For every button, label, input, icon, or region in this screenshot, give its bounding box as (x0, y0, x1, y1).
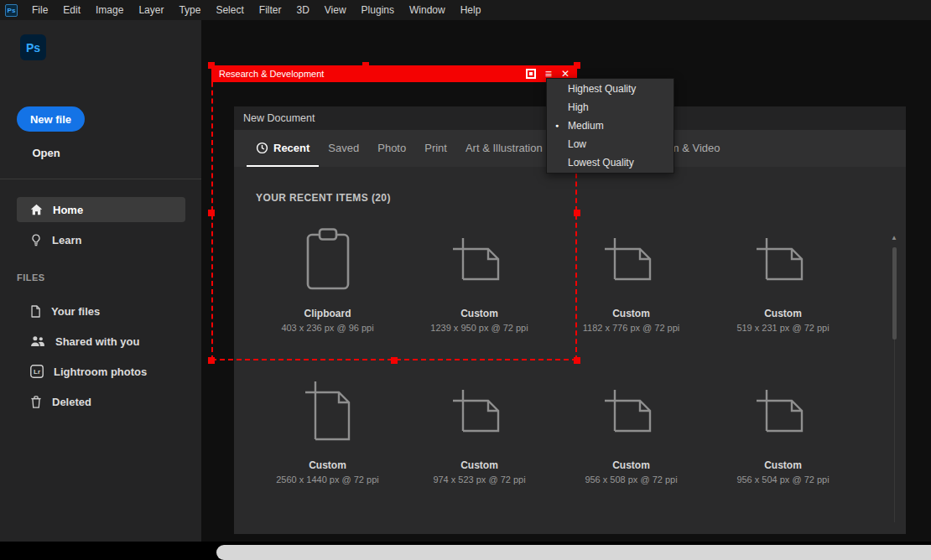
tab-recent[interactable]: Recent (247, 130, 319, 167)
preset-dimensions: 956 x 508 px @ 72 ppi (555, 474, 707, 485)
preset-name: Custom (403, 308, 555, 319)
preset-name: Custom (707, 308, 859, 319)
tab-label: Print (424, 142, 447, 154)
tab-saved[interactable]: Saved (319, 130, 368, 167)
recent-item-card[interactable]: Custom 2560 x 1440 px @ 72 ppi (252, 374, 403, 485)
menu-3d[interactable]: 3D (289, 0, 316, 20)
menu-window[interactable]: Window (402, 0, 453, 20)
resize-handle-top-left[interactable] (208, 62, 215, 69)
menu-bar: Ps File Edit Image Layer Type Select Fil… (0, 0, 931, 20)
preset-name: Clipboard (252, 308, 403, 319)
menu-item-low[interactable]: Low (547, 135, 674, 153)
dialog-content: YOUR RECENT ITEMS (20) Clipboard 403 x 2… (234, 167, 906, 534)
resize-handle-bottom-right[interactable] (574, 357, 580, 364)
menu-item-lowest-quality[interactable]: Lowest Quality (547, 153, 674, 172)
menu-image[interactable]: Image (88, 0, 131, 20)
tab-photo[interactable]: Photo (368, 130, 415, 167)
capture-window-titlebar[interactable]: Research & Development ≡ ✕ (211, 65, 577, 82)
tab-print[interactable]: Print (415, 130, 456, 167)
resize-handle-top-right[interactable] (574, 62, 580, 69)
document-preview (252, 222, 403, 296)
quality-dropdown-menu: Highest Quality High ● Medium Low Lowest… (546, 78, 674, 174)
photoshop-app-icon[interactable]: Ps (5, 4, 18, 17)
lightroom-icon: Lr (30, 365, 44, 378)
document-preview (252, 374, 403, 448)
scroll-up-icon[interactable]: ▲ (891, 234, 897, 241)
menu-item-medium[interactable]: ● Medium (547, 117, 674, 135)
menu-item-high[interactable]: High (547, 98, 674, 117)
menu-item-label: Highest Quality (568, 83, 636, 95)
trash-icon (30, 396, 42, 408)
preset-name: Custom (252, 459, 403, 471)
sidebar-item-learn[interactable]: Learn (17, 227, 185, 252)
document-preview (403, 222, 555, 296)
menu-item-label: Medium (568, 120, 604, 132)
resize-handle-left-mid[interactable] (208, 210, 215, 216)
menu-help[interactable]: Help (453, 0, 489, 20)
preset-dimensions: 1239 x 950 px @ 72 ppi (403, 323, 555, 334)
files-section-heading: FILES (17, 272, 45, 283)
document-preview (707, 222, 859, 296)
custom-document-icon (452, 389, 507, 433)
recent-item-card[interactable]: Custom 519 x 231 px @ 72 ppi (707, 222, 859, 334)
sidebar-item-home[interactable]: Home (17, 197, 185, 222)
resize-handle-top-mid[interactable] (362, 62, 369, 69)
tab-label: Recent (273, 142, 309, 154)
preset-dimensions: 1182 x 776 px @ 72 ppi (555, 323, 707, 334)
recent-item-card[interactable]: Custom 956 x 508 px @ 72 ppi (555, 374, 707, 485)
menu-file[interactable]: File (24, 0, 55, 20)
sidebar-item-label: Shared with you (55, 335, 139, 348)
document-preview (403, 374, 555, 448)
preset-dimensions: 956 x 504 px @ 72 ppi (707, 474, 859, 485)
sidebar-item-label: Lightroom photos (54, 366, 147, 378)
lightbulb-icon (30, 234, 42, 246)
bottom-light-bar (216, 545, 931, 560)
tab-art-illustration[interactable]: Art & Illustration (456, 130, 552, 167)
menu-item-highest-quality[interactable]: Highest Quality (547, 80, 674, 98)
capture-window-title: Research & Development (211, 69, 324, 79)
preset-name: Custom (555, 459, 707, 471)
resize-handle-right-mid[interactable] (574, 210, 580, 216)
home-icon (30, 204, 43, 215)
menu-item-label: High (568, 101, 589, 113)
sidebar-item-deleted[interactable]: Deleted (17, 389, 185, 414)
sidebar-item-shared[interactable]: Shared with you (17, 329, 185, 354)
menu-type[interactable]: Type (171, 0, 208, 20)
sidebar-item-lightroom[interactable]: Lr Lightroom photos (17, 359, 185, 384)
new-file-button[interactable]: New file (17, 106, 85, 132)
preset-dimensions: 519 x 231 px @ 72 ppi (707, 323, 859, 334)
recent-item-card[interactable]: Custom 956 x 504 px @ 72 ppi (707, 374, 859, 485)
menu-plugins[interactable]: Plugins (354, 0, 402, 20)
resize-handle-bottom-left[interactable] (208, 357, 215, 364)
clock-icon (256, 142, 268, 154)
recent-item-card[interactable]: Custom 1182 x 776 px @ 72 ppi (555, 222, 707, 334)
home-sidebar: Ps New file Open Home Learn FILES Your f… (0, 20, 201, 542)
recent-item-card[interactable]: Custom 1239 x 950 px @ 72 ppi (403, 222, 555, 334)
resize-handle-bottom-mid[interactable] (391, 357, 398, 364)
clipboard-icon (305, 227, 351, 291)
custom-document-icon (756, 237, 811, 281)
file-icon (30, 305, 41, 318)
open-button[interactable]: Open (17, 142, 75, 163)
recent-item-card[interactable]: Clipboard 403 x 236 px @ 96 ppi (252, 222, 403, 334)
portrait-document-icon (304, 381, 351, 441)
tab-label: m & Video (670, 142, 720, 154)
menu-filter[interactable]: Filter (252, 0, 289, 20)
tab-label: Photo (377, 142, 406, 154)
scrollbar-thumb[interactable] (892, 247, 897, 340)
recent-item-card[interactable]: Custom 974 x 523 px @ 72 ppi (403, 374, 555, 485)
menu-view[interactable]: View (317, 0, 354, 20)
sidebar-item-label: Home (53, 204, 83, 216)
sidebar-item-label: Learn (52, 234, 81, 246)
dialog-title: New Document (243, 112, 315, 124)
photoshop-logo: Ps (20, 34, 46, 60)
sidebar-item-your-files[interactable]: Your files (17, 298, 185, 324)
tab-label: Art & Illustration (466, 142, 543, 154)
preset-dimensions: 2560 x 1440 px @ 72 ppi (252, 474, 403, 485)
custom-document-icon (452, 237, 507, 281)
menu-edit[interactable]: Edit (55, 0, 88, 20)
menu-layer[interactable]: Layer (131, 0, 171, 20)
menu-select[interactable]: Select (208, 0, 251, 20)
preset-name: Custom (403, 459, 555, 471)
record-region-icon[interactable] (526, 69, 536, 79)
